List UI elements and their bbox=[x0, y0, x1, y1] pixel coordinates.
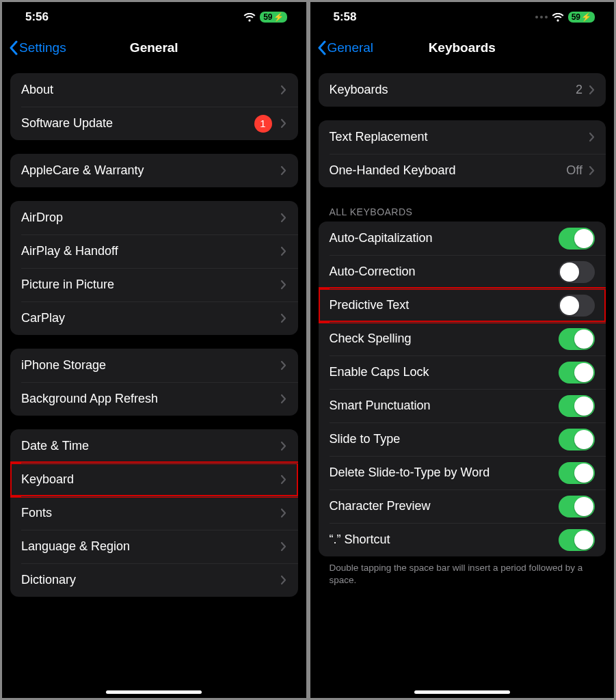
back-label: General bbox=[327, 40, 374, 55]
nav-bar: General Keyboards bbox=[310, 32, 615, 64]
row-label: Dictionary bbox=[21, 573, 280, 587]
row-label: AirPlay & Handoff bbox=[21, 244, 280, 258]
back-button[interactable]: Settings bbox=[9, 40, 66, 55]
row-label: Keyboard bbox=[21, 472, 280, 487]
content-keyboards[interactable]: Keyboards2Text ReplacementOne-Handed Key… bbox=[310, 64, 615, 698]
status-time: 5:58 bbox=[334, 10, 357, 24]
row-label: AirDrop bbox=[21, 211, 280, 225]
row-carplay[interactable]: CarPlay bbox=[10, 301, 298, 335]
chevron-right-icon bbox=[280, 508, 287, 519]
status-bar: 5:56 59⚡ bbox=[2, 2, 306, 32]
row-label: Slide to Type bbox=[330, 432, 559, 446]
row-label: Picture in Picture bbox=[21, 278, 280, 292]
row-label: Date & Time bbox=[21, 439, 280, 453]
row-label: Fonts bbox=[21, 506, 280, 520]
row-predictive: Predictive Text bbox=[319, 288, 606, 322]
chevron-right-icon bbox=[280, 280, 287, 291]
row-slide-type: Slide to Type bbox=[319, 422, 606, 456]
row-fonts[interactable]: Fonts bbox=[10, 496, 298, 530]
row-one-handed[interactable]: One-Handed KeyboardOff bbox=[319, 154, 606, 187]
row-keyboards[interactable]: Keyboards2 bbox=[319, 73, 606, 107]
row-value: 2 bbox=[576, 83, 582, 97]
chevron-right-icon bbox=[280, 85, 287, 96]
chevron-right-icon bbox=[588, 132, 595, 143]
row-label: Text Replacement bbox=[330, 130, 589, 144]
status-time: 5:56 bbox=[25, 10, 49, 24]
chevron-right-icon bbox=[280, 575, 287, 586]
chevron-right-icon bbox=[280, 313, 287, 324]
chevron-right-icon bbox=[588, 165, 595, 176]
toggle-spelling[interactable] bbox=[559, 328, 595, 350]
row-text-replacement[interactable]: Text Replacement bbox=[319, 120, 606, 154]
row-label: Enable Caps Lock bbox=[330, 365, 559, 379]
row-airplay[interactable]: AirPlay & Handoff bbox=[10, 234, 298, 268]
chevron-right-icon bbox=[280, 213, 287, 224]
chevron-right-icon bbox=[280, 541, 287, 552]
row-char-preview: Character Preview bbox=[319, 489, 606, 523]
row-spelling: Check Spelling bbox=[319, 322, 606, 355]
row-auto-correct: Auto-Correction bbox=[319, 255, 606, 288]
row-storage[interactable]: iPhone Storage bbox=[10, 349, 298, 382]
status-bar: 5:58 59⚡ bbox=[310, 2, 615, 32]
row-value: Off bbox=[566, 163, 582, 178]
chevron-right-icon bbox=[280, 441, 287, 452]
row-applecare[interactable]: AppleCare & Warranty bbox=[10, 154, 298, 187]
toggle-char-preview[interactable] bbox=[559, 496, 595, 517]
row-label: AppleCare & Warranty bbox=[21, 163, 280, 178]
row-period-shortcut: “.” Shortcut bbox=[319, 523, 606, 556]
toggle-smart-punct[interactable] bbox=[559, 395, 595, 417]
chevron-right-icon bbox=[280, 165, 287, 176]
row-label: Auto-Correction bbox=[330, 265, 559, 279]
row-caps-lock: Enable Caps Lock bbox=[319, 355, 606, 389]
row-label: Character Preview bbox=[330, 499, 559, 513]
home-indicator[interactable] bbox=[414, 690, 510, 694]
section-header-all-keyboards: ALL KEYBOARDS bbox=[330, 206, 606, 217]
row-label: Auto-Capitalization bbox=[330, 231, 559, 245]
toggle-slide-type[interactable] bbox=[559, 429, 595, 450]
chevron-right-icon bbox=[280, 474, 287, 485]
home-indicator[interactable] bbox=[106, 690, 202, 694]
content-general[interactable]: AboutSoftware Update1AppleCare & Warrant… bbox=[2, 64, 306, 698]
row-date-time[interactable]: Date & Time bbox=[10, 429, 298, 463]
signal-dots bbox=[535, 16, 548, 18]
row-label: CarPlay bbox=[21, 311, 280, 325]
row-label: Predictive Text bbox=[330, 298, 559, 312]
back-label: Settings bbox=[19, 40, 66, 55]
phone-general: 5:56 59⚡ Settings General AboutSoftware … bbox=[2, 2, 306, 698]
wifi-icon bbox=[243, 13, 256, 22]
back-button[interactable]: General bbox=[317, 40, 374, 55]
chevron-right-icon bbox=[280, 118, 287, 129]
row-software-update[interactable]: Software Update1 bbox=[10, 107, 298, 140]
nav-bar: Settings General bbox=[2, 32, 306, 64]
toggle-auto-correct[interactable] bbox=[559, 261, 595, 283]
row-label: Background App Refresh bbox=[21, 392, 280, 406]
row-label: Smart Punctuation bbox=[330, 399, 559, 413]
row-label: Software Update bbox=[21, 116, 254, 131]
chevron-right-icon bbox=[280, 246, 287, 257]
row-label: Delete Slide-to-Type by Word bbox=[330, 466, 559, 480]
toggle-delete-slide[interactable] bbox=[559, 462, 595, 484]
battery-icon: 59⚡ bbox=[260, 12, 286, 23]
row-bg-refresh[interactable]: Background App Refresh bbox=[10, 382, 298, 416]
battery-icon: 59⚡ bbox=[568, 12, 595, 23]
section-footer: Double tapping the space bar will insert… bbox=[330, 562, 595, 587]
toggle-predictive[interactable] bbox=[559, 295, 595, 317]
row-dictionary[interactable]: Dictionary bbox=[10, 563, 298, 597]
toggle-period-shortcut[interactable] bbox=[559, 529, 595, 551]
row-keyboard[interactable]: Keyboard bbox=[10, 463, 298, 496]
badge: 1 bbox=[254, 115, 272, 133]
toggle-caps-lock[interactable] bbox=[559, 362, 595, 383]
phone-keyboards: 5:58 59⚡ General Keyboards Keyboards2Tex… bbox=[310, 2, 615, 698]
toggle-auto-cap[interactable] bbox=[559, 228, 595, 250]
row-language[interactable]: Language & Region bbox=[10, 530, 298, 563]
row-auto-cap: Auto-Capitalization bbox=[319, 221, 606, 255]
chevron-right-icon bbox=[588, 85, 595, 96]
chevron-right-icon bbox=[280, 394, 287, 405]
chevron-right-icon bbox=[280, 360, 287, 371]
row-about[interactable]: About bbox=[10, 73, 298, 107]
row-label: Check Spelling bbox=[330, 332, 559, 346]
row-airdrop[interactable]: AirDrop bbox=[10, 201, 298, 234]
row-label: iPhone Storage bbox=[21, 358, 280, 373]
row-pip[interactable]: Picture in Picture bbox=[10, 268, 298, 301]
wifi-icon bbox=[552, 13, 564, 22]
